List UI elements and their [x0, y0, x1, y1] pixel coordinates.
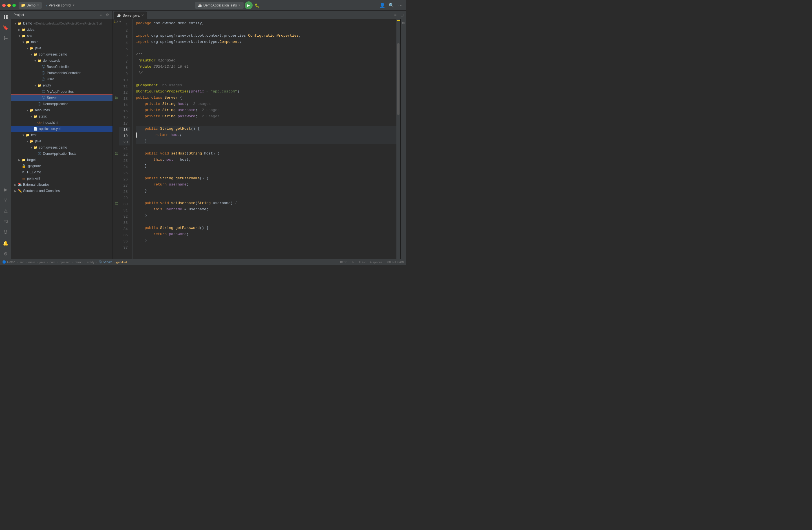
code-line-34: public String getPassword() { — [136, 225, 396, 231]
editor-tab-server-java[interactable]: ☕ Server.java ✕ — [114, 12, 147, 19]
code-content[interactable]: package com.qwesec.demo.entity; import o… — [132, 19, 396, 259]
code-line-10 — [136, 76, 396, 82]
maximize-button[interactable] — [12, 4, 16, 7]
line-num-32: 32 — [119, 214, 130, 220]
tree-item-java[interactable]: ▼ 📂 java — [11, 45, 113, 51]
tree-item-demos-web[interactable]: ▼ 📁 demos.web — [11, 58, 113, 64]
line-num-31: 31 — [119, 207, 130, 214]
lf-indicator[interactable]: LF — [351, 261, 354, 264]
settings-tool-button[interactable]: ⚙ — [1, 249, 11, 259]
git-tool-button[interactable]: ⑂ — [1, 195, 11, 205]
tree-item-demoapplicationtests[interactable]: ▶ Ⓣ DemoApplicationTests — [11, 150, 113, 157]
folder-icon: 📁 — [33, 52, 38, 57]
tree-item-external-libraries[interactable]: ▶ 📚 External Libraries — [11, 181, 113, 188]
tree-item-scratches-consoles[interactable]: ▶ ✏️ Scratches and Consoles — [11, 188, 113, 194]
vc-label: Version control — [49, 3, 71, 7]
project-selector[interactable]: 📁 Demo ▼ — [19, 2, 42, 9]
indent-indicator[interactable]: 4 spaces — [370, 261, 382, 264]
tree-item-index-html[interactable]: ▶ </> index.html — [11, 119, 113, 126]
tree-item-user[interactable]: ▶ Ⓒ User — [11, 76, 113, 82]
breadcrumb-entity[interactable]: entity — [87, 261, 94, 264]
profile-icon[interactable]: 👤 — [379, 2, 386, 9]
recent-files-icon[interactable]: ≡ — [392, 12, 398, 18]
tree-item-basiccontroller[interactable]: ▶ Ⓒ BasicController — [11, 64, 113, 70]
breadcrumb-java[interactable]: java — [40, 261, 45, 264]
tree-item-test[interactable]: ▼ 📁 test — [11, 132, 113, 138]
tree-item-help-md[interactable]: ▶ M↓ HELP.md — [11, 169, 113, 175]
structure-tool-button[interactable] — [1, 33, 11, 43]
breadcrumb-main[interactable]: main — [28, 261, 35, 264]
editor-scrollbar[interactable] — [396, 19, 400, 259]
titlebar-center: ☕ DemoApplicationTests ▼ ▶ 🐛 — [77, 1, 379, 9]
expand-arrow: ▼ — [29, 53, 33, 56]
gutter-icons: ⚠ 1 ∧ ∨ — [113, 19, 119, 259]
tree-item-application-yml[interactable]: ▶ 📄 application.yml — [11, 126, 113, 132]
expand-collapse[interactable]: ∧ — [116, 20, 118, 24]
app-window: 📁 Demo ▼ ⑂ Version control ▼ ☕ DemoAppli… — [0, 0, 406, 265]
gutter-link-icon-30[interactable]: ⛓ — [114, 201, 118, 206]
sidebar-settings-icon[interactable]: ⚙ — [105, 12, 110, 18]
problems-tool-button[interactable]: ⚠ — [1, 206, 11, 216]
gutter-link-icon[interactable]: ⛓ — [114, 96, 118, 100]
tree-item-idea[interactable]: ▶ 📁 .idea — [11, 27, 113, 33]
tree-item-test-com-qwesec-demo[interactable]: ▼ 📁 com.qwesec.demo — [11, 144, 113, 150]
split-editor-icon[interactable]: ⊡ — [399, 12, 405, 18]
tree-item-myapppropertites[interactable]: ▶ Ⓒ MyAppPropertites — [11, 89, 113, 95]
position-indicator[interactable]: 3888 of 9700 — [386, 261, 404, 264]
terminal-tool-button[interactable] — [1, 217, 11, 227]
scrollbar-thumb[interactable] — [397, 43, 400, 115]
debug-button[interactable]: 🐛 — [253, 1, 261, 9]
code-line-25 — [136, 169, 396, 175]
expand-collapse-down[interactable]: ∨ — [119, 20, 121, 24]
tree-label: application.yml — [39, 127, 61, 131]
tree-item-src[interactable]: ▼ 📁 src — [11, 33, 113, 39]
run-config-chevron: ▼ — [238, 4, 241, 7]
minimize-button[interactable] — [7, 4, 11, 7]
gutter-link-icon-22[interactable]: ⛓ — [114, 152, 118, 156]
tree-item-static[interactable]: ▼ 📁 static — [11, 113, 113, 119]
breadcrumb-demo2[interactable]: demo — [75, 261, 83, 264]
line-num-29: 29 — [119, 195, 130, 201]
tree-label: .idea — [27, 28, 34, 32]
code-editor: ⚠ 1 ∧ ∨ — [113, 19, 406, 259]
version-control-selector[interactable]: ⑂ Version control ▼ — [43, 2, 77, 9]
close-button[interactable] — [2, 4, 6, 7]
line-num-14: 14 — [119, 102, 130, 108]
project-tool-button[interactable] — [1, 12, 11, 22]
encoding-indicator[interactable]: UTF-8 — [358, 261, 366, 264]
run-button[interactable]: ▶ — [245, 1, 252, 9]
tree-item-resources[interactable]: ▼ 📁 resources — [11, 107, 113, 113]
tree-item-demoapplication[interactable]: ▶ Ⓒ DemoApplication — [11, 101, 113, 107]
notification-tool-button[interactable]: 🔔 — [1, 238, 11, 248]
run-tool-button[interactable]: ▶ — [1, 185, 11, 194]
run-config-selector[interactable]: ☕ DemoApplicationTests ▼ — [195, 2, 244, 9]
breadcrumb-demo[interactable]: 🔵 Demo — [2, 260, 15, 264]
search-icon[interactable]: 🔍 — [388, 2, 395, 9]
tree-item-pathvariablecontroller[interactable]: ▶ Ⓒ PathVariableController — [11, 70, 113, 76]
tree-item-gitignore[interactable]: ▶ 🔒 .gitignore — [11, 163, 113, 169]
breadcrumb-com[interactable]: com — [49, 261, 56, 264]
tab-close-button[interactable]: ✕ — [141, 14, 144, 17]
code-line-28: } — [136, 188, 396, 194]
breadcrumb-toggle-icon[interactable]: m — [401, 20, 406, 25]
tree-item-pom-xml[interactable]: ▶ m pom.xml — [11, 175, 113, 181]
breadcrumb-gethost[interactable]: getHost — [116, 261, 127, 264]
maven-tool-button[interactable]: M — [1, 227, 11, 237]
more-options-icon[interactable]: ⋯ — [397, 2, 404, 9]
breadcrumb-src[interactable]: src — [20, 261, 24, 264]
line-col-indicator[interactable]: 18:30 — [339, 261, 347, 264]
code-line-7: *@author XlongSec — [136, 58, 396, 64]
tree-item-demo[interactable]: ▼ 📁 Demo ~/Desktop/desktop/CodeProject/J… — [11, 20, 113, 27]
tree-item-entity[interactable]: ▼ 📁 entity — [11, 82, 113, 89]
breadcrumb-server[interactable]: Ⓒ Server — [99, 260, 112, 264]
breadcrumb-qwesec[interactable]: qwesec — [60, 261, 70, 264]
tree-item-main[interactable]: ▼ 📁 main — [11, 39, 113, 45]
tree-item-server[interactable]: ▶ Ⓒ Server — [11, 95, 113, 101]
project-chevron: ▼ — [37, 4, 40, 7]
sidebar-collapse-all-icon[interactable]: ≡ — [98, 12, 103, 18]
gutter-line-list: ⛓ ⛓ — [113, 19, 119, 206]
tree-item-com-qwesec-demo[interactable]: ▼ 📁 com.qwesec.demo — [11, 51, 113, 58]
tree-item-target[interactable]: ▶ 📁 target — [11, 157, 113, 163]
bookmark-tool-button[interactable]: 🔖 — [1, 23, 11, 33]
tree-item-test-java[interactable]: ▼ 📂 java — [11, 138, 113, 144]
